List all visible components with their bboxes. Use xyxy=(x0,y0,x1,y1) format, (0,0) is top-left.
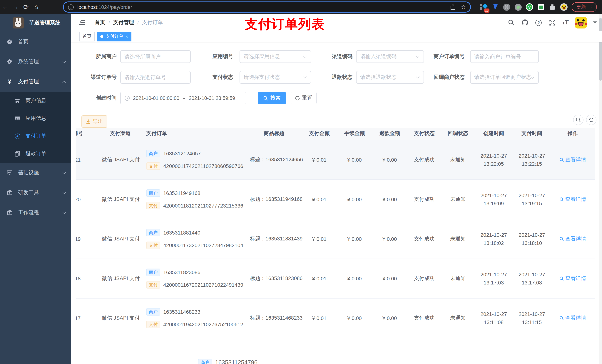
sidebar-item-refund-order[interactable]: 退款订单 xyxy=(0,145,71,163)
cell-status: 支付成功 xyxy=(407,259,441,298)
user-avatar[interactable] xyxy=(575,17,587,29)
fullscreen-icon[interactable] xyxy=(549,19,556,26)
toggle-search-button[interactable] xyxy=(573,115,583,125)
reload-icon[interactable]: ⟳ xyxy=(21,3,31,11)
site-info-icon[interactable]: i xyxy=(68,4,74,10)
page-scrollbar[interactable] xyxy=(599,14,602,364)
col-notify[interactable]: 回调状态 xyxy=(441,128,475,140)
share-icon[interactable] xyxy=(450,4,456,10)
notify-status-select[interactable]: 请选择订单回调商户状态 xyxy=(470,71,539,83)
col-refund[interactable]: 退款金额 xyxy=(372,128,407,140)
browser-update-button[interactable]: 更新 ⋮ xyxy=(572,2,597,12)
sidebar-logo[interactable]: 芋道管理系统 xyxy=(0,14,71,32)
channel-order-no-field[interactable] xyxy=(120,71,191,83)
reset-button[interactable]: 重置 xyxy=(291,92,317,104)
col-fee[interactable]: 手续金额 xyxy=(337,128,372,140)
home-icon[interactable]: ⌂ xyxy=(31,3,42,11)
date-end[interactable]: 2021-10-31 23:59:59 xyxy=(189,95,235,101)
refund-status-select[interactable]: 请选择退款状态 xyxy=(356,71,424,83)
cell-refund: ¥ 0.00 xyxy=(372,298,407,338)
pay-status-select[interactable]: 请选择支付状态 xyxy=(239,71,311,83)
font-size-icon[interactable]: TT xyxy=(562,19,569,26)
extension-chat-icon[interactable] xyxy=(537,3,545,11)
cell-refund: ¥ 0.00 xyxy=(372,219,407,259)
sidebar-item-merchant-info[interactable]: 商户信息 xyxy=(0,92,71,110)
merchant-input[interactable] xyxy=(124,54,187,60)
view-detail-link[interactable]: 查看详情 xyxy=(559,156,586,163)
search-button[interactable]: 搜索 xyxy=(258,92,286,104)
breadcrumb-pay-manage[interactable]: 支付管理 xyxy=(113,19,134,26)
cell-title: 标题：1635311949168 xyxy=(246,179,302,219)
sidebar-item-pay-order[interactable]: ¥ 支付订单 xyxy=(0,127,71,145)
app-select[interactable]: 请选择应用信息 xyxy=(239,50,311,63)
pay-tag: 支付 xyxy=(146,281,160,288)
merchant-tag: 商户 xyxy=(146,189,160,197)
extensions-puzzle-icon[interactable] xyxy=(549,3,556,11)
sidebar-item-dev-tools[interactable]: 研发工具 xyxy=(0,183,71,203)
view-detail-link[interactable]: 查看详情 xyxy=(559,196,586,203)
sidebar-toggle-icon[interactable] xyxy=(78,19,86,26)
col-created[interactable]: 创建时间 xyxy=(475,128,513,140)
date-range-picker[interactable]: 2021-10-01 00:00:00 - 2021-10-31 23:59:5… xyxy=(120,92,246,104)
col-id[interactable]: 编号 xyxy=(76,128,98,140)
extension-dot-icon[interactable] xyxy=(514,3,522,11)
tab-home[interactable]: 首页 xyxy=(79,32,95,41)
forward-icon[interactable]: → xyxy=(10,3,21,11)
tab-pay-order[interactable]: 支付订单 × xyxy=(97,32,131,41)
sidebar-item-workflow[interactable]: 工作流程 xyxy=(0,203,71,223)
col-title[interactable]: 商品标题 xyxy=(246,128,302,140)
filter-label: 支付状态 xyxy=(191,74,233,81)
yen-icon: ¥ xyxy=(7,79,13,85)
col-paid[interactable]: 支付时间 xyxy=(513,128,551,140)
col-amount[interactable]: 支付金额 xyxy=(302,128,337,140)
cell-id: 20 xyxy=(76,179,98,219)
col-status[interactable]: 支付状态 xyxy=(407,128,441,140)
active-dot-icon xyxy=(100,35,103,38)
chevron-down-icon xyxy=(416,75,420,78)
view-detail-link[interactable]: 查看详情 xyxy=(559,315,586,321)
merchant-select[interactable] xyxy=(120,50,191,63)
extension-command-icon[interactable]: ⌘ xyxy=(503,3,510,11)
view-detail-link[interactable]: 查看详情 xyxy=(559,275,586,282)
channel-order-no-input[interactable] xyxy=(124,74,187,80)
export-button[interactable]: 导出 xyxy=(81,115,107,128)
browser-menu-icon[interactable]: ⋮ xyxy=(589,4,593,10)
address-bar[interactable]: i localhost:1024/pay/order ☆ xyxy=(63,1,471,13)
cell-fee: ¥ 0.00 xyxy=(337,140,372,179)
merchant-order-no-field[interactable] xyxy=(470,50,539,63)
cell-created: 2021-10-2713:22:05 xyxy=(475,140,513,179)
bookmark-star-icon[interactable]: ☆ xyxy=(461,4,466,10)
help-icon[interactable]: ? xyxy=(535,19,542,26)
github-icon[interactable] xyxy=(521,19,529,26)
col-channel[interactable]: 支付渠道 xyxy=(98,128,142,140)
extension-diamond-icon[interactable]: 10 xyxy=(480,3,487,11)
channel-code-select[interactable]: 请输入渠道编码 xyxy=(356,50,424,63)
date-start[interactable]: 2021-10-01 00:00:00 xyxy=(133,95,179,101)
col-actions[interactable]: 操作 xyxy=(551,128,595,140)
copy-document-icon xyxy=(14,151,20,157)
sidebar-item-infrastructure[interactable]: 基础设施 xyxy=(0,163,71,183)
cell-paid: 2021-10-2713:18:10 xyxy=(513,219,551,259)
chevron-down-icon xyxy=(303,75,307,78)
merchant-tag: 商户 xyxy=(198,359,212,364)
cell-status: 支付成功 xyxy=(407,140,441,179)
sidebar-item-system[interactable]: 系统管理 xyxy=(0,52,71,72)
tags-bar: 首页 支付订单 × xyxy=(71,31,602,42)
close-icon[interactable]: × xyxy=(126,34,128,39)
sidebar-item-payment[interactable]: ¥ 支付管理 xyxy=(0,72,71,92)
sidebar-item-app-info[interactable]: 应用信息 xyxy=(0,110,71,127)
extension-emoji-icon[interactable] xyxy=(560,3,568,11)
sidebar-item-home[interactable]: 首页 xyxy=(0,32,71,52)
back-icon[interactable]: ← xyxy=(0,3,10,11)
refresh-button[interactable] xyxy=(586,115,596,125)
merchant-order-no-input[interactable] xyxy=(474,54,535,60)
col-pay-order[interactable]: 支付订单 xyxy=(142,128,246,140)
pay-tag: 支付 xyxy=(146,162,160,170)
table-header-row: 编号 支付渠道 支付订单 商品标题 支付金额 手续金额 退款金额 支付状态 回调… xyxy=(76,128,595,140)
extension-kite-icon[interactable] xyxy=(491,3,499,11)
breadcrumb-home[interactable]: 首页 xyxy=(95,19,105,26)
search-icon[interactable] xyxy=(508,19,515,26)
extension-y-icon[interactable]: y xyxy=(526,3,533,11)
avatar-caret-icon[interactable] xyxy=(593,21,597,24)
view-detail-link[interactable]: 查看详情 xyxy=(559,235,586,242)
